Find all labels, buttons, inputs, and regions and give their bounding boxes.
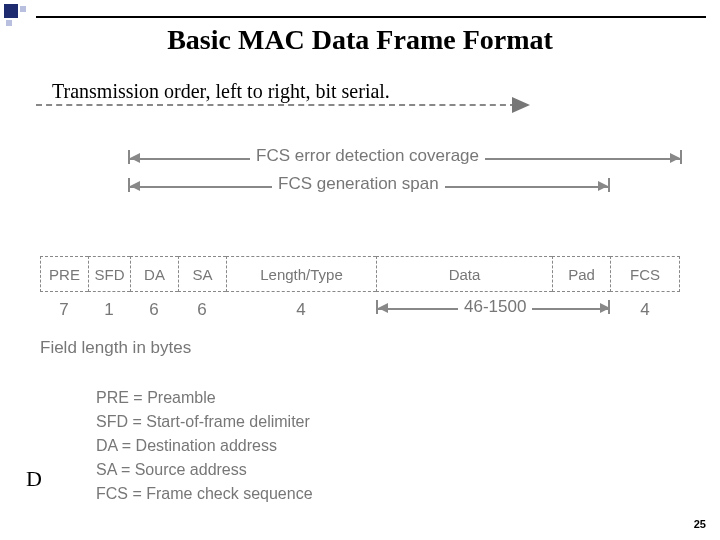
field-sfd: SFD xyxy=(88,256,130,292)
legend-fcs: FCS = Frame check sequence xyxy=(96,482,313,506)
coverage-label-1: FCS error detection coverage xyxy=(250,146,485,166)
stray-letter: D xyxy=(26,466,42,492)
field-lentype: Length/Type xyxy=(226,256,376,292)
data-range-arrow: 46-1500 xyxy=(376,300,610,320)
field-data: Data xyxy=(376,256,552,292)
subtitle: Transmission order, left to right, bit s… xyxy=(52,80,390,103)
legend-da: DA = Destination address xyxy=(96,434,313,458)
bytes-lentype: 4 xyxy=(226,300,376,320)
field-da: DA xyxy=(130,256,178,292)
field-pad: Pad xyxy=(552,256,610,292)
coverage-label-2: FCS generation span xyxy=(272,174,445,194)
title-rule xyxy=(36,16,706,18)
bytes-sfd: 1 xyxy=(88,300,130,320)
page-number: 25 xyxy=(694,518,706,530)
data-range-label: 46-1500 xyxy=(458,297,532,317)
field-fcs: FCS xyxy=(610,256,680,292)
field-sa: SA xyxy=(178,256,226,292)
bytes-fcs: 4 xyxy=(610,300,680,320)
field-pre: PRE xyxy=(40,256,88,292)
transmission-arrow-icon xyxy=(512,97,530,113)
coverage-arrows: FCS error detection coverage FCS generat… xyxy=(0,150,720,230)
transmission-dashed-line xyxy=(36,104,516,106)
bytes-sa: 6 xyxy=(178,300,226,320)
legend-pre: PRE = Preamble xyxy=(96,386,313,410)
slide-title: Basic MAC Data Frame Format xyxy=(0,24,720,56)
legend-sa: SA = Source address xyxy=(96,458,313,482)
legend-sfd: SFD = Start-of-frame delimiter xyxy=(96,410,313,434)
bytes-pre: 7 xyxy=(40,300,88,320)
legend: PRE = Preamble SFD = Start-of-frame deli… xyxy=(96,386,313,506)
field-length-label: Field length in bytes xyxy=(40,338,191,358)
bytes-da: 6 xyxy=(130,300,178,320)
